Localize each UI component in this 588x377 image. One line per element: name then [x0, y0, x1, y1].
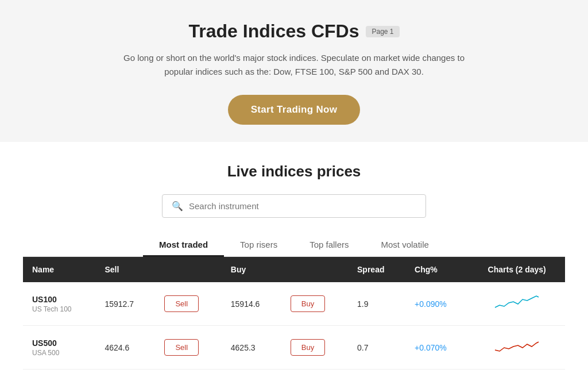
sell-button[interactable]: Sell — [164, 339, 199, 356]
col-chg: Chg% — [405, 257, 469, 282]
table-wrap: Name Sell Buy Spread Chg% Charts (2 days… — [23, 257, 565, 377]
table-row: US100 US Tech 100 15912.7 Sell 15914.6 B… — [23, 282, 565, 326]
buy-price: 15914.6 — [222, 282, 281, 326]
cta-button[interactable]: Start Trading Now — [228, 95, 361, 125]
table-row: DE40 Germany 40 15830.8 Sell 15832.8 Buy… — [23, 370, 565, 378]
page-title: Trade Indices CFDs — [188, 21, 359, 42]
table-row: US500 USA 500 4624.6 Sell 4625.3 Buy 0.7… — [23, 326, 565, 370]
chart-cell — [469, 282, 565, 326]
buy-button[interactable]: Buy — [291, 295, 325, 312]
hero-subtitle: Go long or short on the world's major st… — [122, 51, 466, 79]
instrument-sub: USA 500 — [32, 349, 86, 357]
instrument-sub: US Tech 100 — [32, 305, 86, 313]
live-section: Live indices prices 🔍 Most traded Top ri… — [0, 142, 588, 377]
buy-price: 15832.8 — [222, 370, 281, 378]
col-name: Name — [23, 257, 95, 282]
sell-price: 4624.6 — [95, 326, 155, 370]
tabs-row: Most traded Top risers Top fallers Most … — [23, 234, 565, 257]
hero-section: Trade Indices CFDs Page 1 Go long or sho… — [0, 0, 588, 142]
sell-price: 15830.8 — [95, 370, 155, 378]
buy-button[interactable]: Buy — [291, 339, 325, 356]
col-charts: Charts (2 days) — [469, 257, 565, 282]
chg-value: +0.070% — [405, 326, 469, 370]
instrument-name: US500 — [32, 338, 86, 348]
prices-table: Name Sell Buy Spread Chg% Charts (2 days… — [23, 257, 565, 377]
col-sell: Sell — [95, 257, 155, 282]
search-icon: 🔍 — [172, 201, 183, 211]
tab-top-fallers[interactable]: Top fallers — [293, 234, 365, 257]
title-row: Trade Indices CFDs Page 1 — [23, 21, 565, 42]
chart-cell — [469, 370, 565, 378]
chg-value: +0.090% — [405, 282, 469, 326]
sell-price: 15912.7 — [95, 282, 155, 326]
spread-value: 0.7 — [348, 326, 405, 370]
live-title: Live indices prices — [23, 163, 565, 180]
search-input[interactable] — [189, 201, 416, 211]
search-bar: 🔍 — [162, 194, 426, 218]
mini-chart — [494, 335, 540, 358]
search-bar-wrap: 🔍 — [23, 194, 565, 218]
page-badge: Page 1 — [366, 26, 399, 37]
tab-top-risers[interactable]: Top risers — [224, 234, 293, 257]
instrument-name: US100 — [32, 295, 86, 304]
mini-chart — [494, 291, 540, 314]
chg-value: +0.240% — [405, 370, 469, 378]
col-sell-action — [155, 257, 221, 282]
buy-price: 4625.3 — [222, 326, 281, 370]
tab-most-volatile[interactable]: Most volatile — [365, 234, 445, 257]
chart-cell — [469, 326, 565, 370]
col-buy: Buy — [222, 257, 281, 282]
sell-button[interactable]: Sell — [164, 295, 199, 312]
tab-most-traded[interactable]: Most traded — [143, 234, 224, 257]
col-spread: Spread — [348, 257, 405, 282]
col-buy-action — [281, 257, 348, 282]
spread-value: 1.9 — [348, 282, 405, 326]
spread-value: 2.0 — [348, 370, 405, 378]
